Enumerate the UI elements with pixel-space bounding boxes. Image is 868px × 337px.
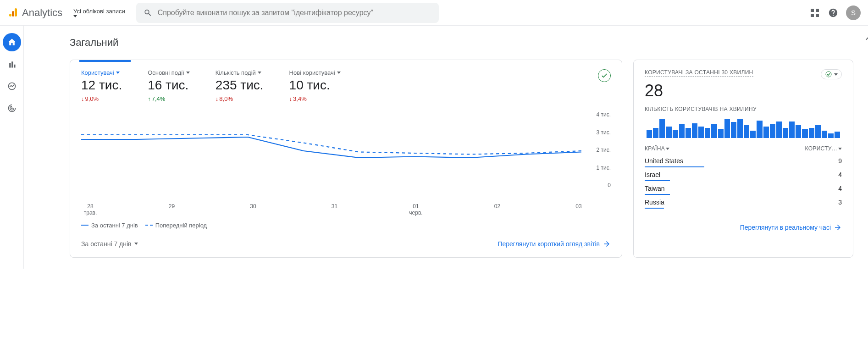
- sparkline-bar: [835, 132, 840, 138]
- sparkline-bar: [822, 131, 827, 138]
- chart-svg: [81, 110, 611, 201]
- arrow-right-icon: [603, 240, 611, 248]
- link-text: Переглянути в реальному часі: [740, 224, 831, 231]
- sparkline-bar: [692, 123, 697, 138]
- x-axis-label: 29: [163, 203, 181, 216]
- sparkline-bar: [809, 128, 814, 138]
- brand[interactable]: Analytics: [7, 7, 62, 19]
- header-actions: S: [809, 6, 861, 20]
- view-reports-link[interactable]: Переглянути короткий огляд звітів: [498, 240, 611, 248]
- svg-rect-4: [816, 9, 819, 12]
- sparkline-bar: [737, 119, 743, 138]
- realtime-card: КОРИСТУВАЧІ ЗА ОСТАННІ 30 ХВИЛИН 28 КІЛЬ…: [633, 60, 853, 258]
- app-header: Analytics Усі облікові записи S: [0, 0, 868, 26]
- country-value: 4: [838, 185, 842, 192]
- country-name: Russia: [645, 199, 664, 206]
- legend-current: За останні 7 днів: [81, 222, 138, 229]
- metric-Основні події[interactable]: Основні події 16 тис. 7,4%: [148, 69, 190, 102]
- country-value: 3: [838, 199, 842, 206]
- metric-delta: 8,0%: [216, 95, 264, 102]
- chevron-down-icon: [838, 148, 842, 150]
- check-badge[interactable]: [598, 69, 611, 82]
- country-row: Taiwan4: [645, 185, 842, 199]
- sparkline-bar: [770, 124, 775, 138]
- analytics-logo-icon: [7, 7, 18, 18]
- sparkline-bar: [679, 124, 685, 138]
- realtime-sparkline: [645, 116, 842, 138]
- country-name: Taiwan: [645, 185, 670, 192]
- metric-Користувачі[interactable]: Користувачі 12 тис. 9,0%: [81, 69, 122, 102]
- line-chart: 4 тис.3 тис.2 тис.1 тис.0: [81, 110, 611, 201]
- country-row: Russia3: [645, 199, 842, 212]
- metric-Нові користувачі[interactable]: Нові користувачі 10 тис. 3,4%: [289, 69, 341, 102]
- chart-legend: За останні 7 днів Попередній період: [81, 222, 611, 229]
- realtime-status-badge[interactable]: [821, 69, 842, 79]
- active-metric-indicator: [79, 60, 131, 62]
- sparkline-bar: [705, 128, 710, 138]
- sparkline-bar: [757, 121, 762, 138]
- date-range-selector[interactable]: За останні 7 днів: [81, 240, 138, 248]
- search-bar[interactable]: [136, 3, 439, 23]
- column-country[interactable]: КРАЇНА: [645, 145, 669, 152]
- country-value: 9: [838, 157, 842, 165]
- chevron-down-icon: [134, 243, 138, 245]
- chevron-down-icon: [666, 148, 669, 150]
- metric-label: Нові користувачі: [289, 69, 341, 76]
- chevron-down-icon: [186, 72, 190, 74]
- search-input[interactable]: [158, 9, 431, 17]
- account-selector[interactable]: Усі облікові записи: [73, 8, 125, 18]
- country-row: Israel4: [645, 171, 842, 185]
- sidebar: [0, 26, 24, 269]
- legend-previous: Попередній період: [145, 222, 207, 229]
- sidebar-item-explore[interactable]: [3, 77, 21, 95]
- metric-label: Кількість подій: [216, 69, 264, 76]
- avatar[interactable]: S: [846, 6, 861, 20]
- apps-icon[interactable]: [809, 7, 820, 18]
- column-users[interactable]: КОРИСТУ…: [805, 145, 842, 152]
- chevron-down-icon: [337, 72, 341, 74]
- check-icon: [601, 72, 608, 79]
- metric-label: Користувачі: [81, 69, 122, 76]
- svg-rect-3: [811, 9, 814, 12]
- sparkline-bar: [802, 129, 807, 138]
- metric-label: Основні події: [148, 69, 190, 76]
- svg-point-11: [826, 72, 831, 77]
- country-value: 4: [838, 171, 842, 178]
- target-icon: [7, 104, 17, 113]
- sidebar-item-home[interactable]: [3, 33, 21, 51]
- brand-text: Analytics: [22, 7, 62, 19]
- check-icon: [825, 71, 832, 78]
- metric-delta: 9,0%: [81, 95, 122, 102]
- help-icon[interactable]: [828, 7, 839, 18]
- realtime-title: КОРИСТУВАЧІ ЗА ОСТАННІ 30 ХВИЛИН: [645, 69, 753, 77]
- explore-icon: [7, 82, 17, 91]
- country-bar: [645, 180, 670, 181]
- view-realtime-link[interactable]: Переглянути в реальному часі: [740, 223, 842, 232]
- realtime-subtitle: КІЛЬКІСТЬ КОРИСТУВАЧІВ НА ХВИЛИНУ: [645, 106, 842, 112]
- x-axis-label: 30: [244, 203, 262, 216]
- metric-Кількість подій[interactable]: Кількість подій 235 тис. 8,0%: [216, 69, 264, 102]
- country-bar: [645, 166, 704, 167]
- metric-value: 16 тис.: [148, 78, 190, 93]
- sparkline-bar: [750, 131, 756, 138]
- sparkline-bar: [828, 133, 834, 138]
- sparkline-bar: [763, 127, 769, 138]
- sparkline-bar: [724, 119, 730, 138]
- date-range-label: За останні 7 днів: [81, 240, 132, 248]
- chevron-down-icon: [116, 72, 120, 74]
- x-axis-label: 01черв.: [407, 203, 425, 216]
- sidebar-item-advertising[interactable]: [3, 99, 21, 117]
- chevron-down-icon: [258, 72, 261, 74]
- insights-icon[interactable]: [861, 28, 868, 47]
- svg-point-8: [11, 108, 12, 109]
- country-name: United States: [645, 157, 704, 165]
- sparkline-bar: [711, 124, 717, 138]
- sidebar-item-reports[interactable]: [3, 55, 21, 73]
- sparkline-bar: [666, 127, 671, 138]
- metric-delta: 7,4%: [148, 95, 190, 102]
- arrow-right-icon: [834, 223, 842, 232]
- metric-value: 10 тис.: [289, 78, 341, 93]
- sparkline-bar: [789, 122, 795, 138]
- metric-value: 235 тис.: [216, 78, 264, 93]
- sparkline-bar: [686, 128, 691, 138]
